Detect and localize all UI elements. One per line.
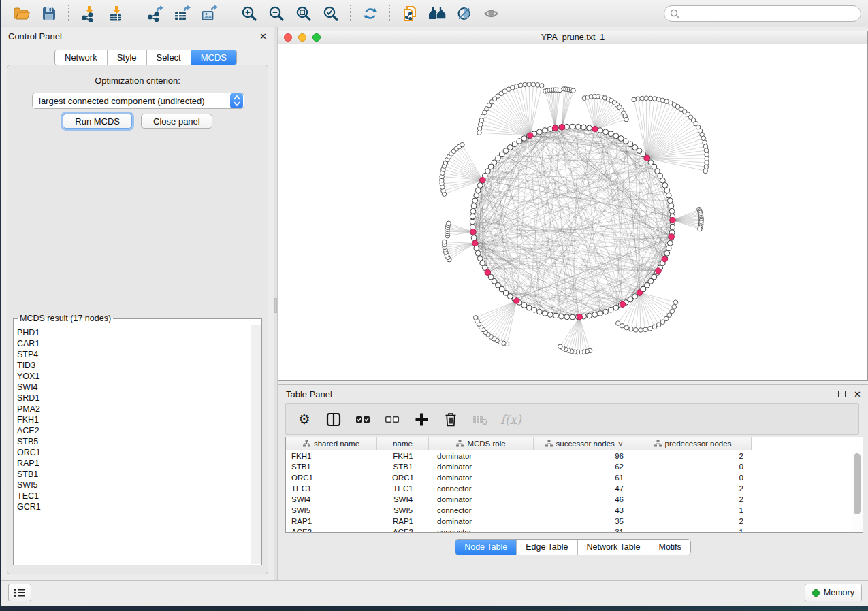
network-node[interactable] <box>470 219 475 225</box>
network-node[interactable] <box>592 312 598 318</box>
column-header[interactable]: name <box>377 437 429 450</box>
network-node[interactable] <box>478 122 483 127</box>
sort-menu-icon[interactable]: ∨ <box>617 440 624 447</box>
network-node[interactable] <box>521 303 527 308</box>
network-node[interactable] <box>523 82 528 87</box>
apply-layout-button[interactable] <box>360 4 381 23</box>
show-graphics-details-button[interactable] <box>454 4 475 23</box>
network-node[interactable] <box>512 142 517 147</box>
table-settings-button[interactable]: ⚙ <box>295 410 313 428</box>
network-node[interactable] <box>704 148 709 153</box>
memory-button[interactable]: Memory <box>805 584 862 601</box>
close-panel-icon[interactable]: ✕ <box>259 31 267 42</box>
zoom-out-button[interactable] <box>266 4 287 23</box>
network-node[interactable] <box>470 208 476 214</box>
network-node[interactable] <box>531 82 536 87</box>
network-node[interactable] <box>703 144 708 149</box>
network-node[interactable] <box>526 305 532 310</box>
mcds-result-item[interactable]: SWI5 <box>17 480 251 491</box>
network-node[interactable] <box>639 328 643 333</box>
network-node[interactable] <box>473 316 478 320</box>
function-builder-button-disabled[interactable]: f(x) <box>500 410 521 428</box>
network-node[interactable] <box>598 311 603 316</box>
create-column-button[interactable] <box>413 410 430 428</box>
splitter-grip[interactable] <box>274 298 277 313</box>
network-node[interactable] <box>514 84 519 89</box>
network-node[interactable] <box>472 198 478 203</box>
network-node[interactable] <box>640 96 645 101</box>
mcds-result-item[interactable]: STP4 <box>17 349 251 360</box>
table-row[interactable]: RAP1RAP1dominator352 <box>286 516 863 527</box>
first-neighbors-button[interactable] <box>427 4 447 23</box>
tab-edge-table[interactable]: Edge Table <box>516 540 577 555</box>
network-node[interactable] <box>623 139 628 144</box>
network-node[interactable] <box>471 203 477 209</box>
mcds-result-item[interactable]: PHD1 <box>17 327 251 338</box>
mcds-result-item[interactable]: ORC1 <box>17 447 251 458</box>
network-node[interactable] <box>553 313 559 318</box>
task-history-button[interactable] <box>8 584 31 601</box>
float-table-panel-icon[interactable] <box>838 391 846 397</box>
network-node[interactable] <box>667 198 673 203</box>
network-node[interactable] <box>664 188 670 193</box>
new-network-from-selection-button[interactable] <box>400 4 420 23</box>
network-node[interactable] <box>698 227 703 231</box>
network-node-selected[interactable] <box>592 126 598 131</box>
network-node[interactable] <box>519 83 524 88</box>
network-node[interactable] <box>613 133 619 139</box>
network-node[interactable] <box>480 261 485 266</box>
network-node[interactable] <box>613 305 619 310</box>
network-node[interactable] <box>648 327 653 331</box>
close-panel-button[interactable]: Close panel <box>141 114 212 129</box>
network-node-selected[interactable] <box>472 240 478 246</box>
table-row[interactable]: FKH1FKH1dominator962 <box>286 450 863 461</box>
zoom-fit-button[interactable] <box>293 4 314 23</box>
network-node-selected[interactable] <box>559 125 564 130</box>
network-node[interactable] <box>664 250 670 256</box>
network-node[interactable] <box>539 84 544 88</box>
network-node-selected[interactable] <box>656 268 661 274</box>
network-node[interactable] <box>669 203 674 209</box>
network-node[interactable] <box>558 344 563 349</box>
column-header[interactable]: predecessor nodes <box>634 437 752 450</box>
show-columns-button[interactable] <box>325 410 342 428</box>
network-node[interactable] <box>575 124 581 129</box>
network-node[interactable] <box>704 165 709 169</box>
table-scrollbar-thumb[interactable] <box>854 453 861 514</box>
network-node[interactable] <box>648 96 653 101</box>
tab-network-table[interactable]: Network Table <box>577 540 649 555</box>
network-node-selected[interactable] <box>670 217 675 222</box>
network-node[interactable] <box>660 320 665 325</box>
network-node[interactable] <box>477 131 482 135</box>
network-node[interactable] <box>670 309 675 314</box>
mcds-result-item[interactable]: PMA2 <box>17 403 251 414</box>
network-node-selected[interactable] <box>528 133 533 138</box>
hide-details-button[interactable] <box>481 4 502 23</box>
network-node[interactable] <box>634 328 639 333</box>
mcds-result-scrollbar[interactable] <box>251 325 261 564</box>
network-node[interactable] <box>587 125 592 131</box>
network-node[interactable] <box>705 161 709 165</box>
network-node[interactable] <box>532 307 537 312</box>
tab-network[interactable]: Network <box>55 50 107 65</box>
network-node[interactable] <box>475 250 481 256</box>
table-row[interactable]: TEC1TEC1connector472 <box>286 483 863 494</box>
mcds-result-item[interactable]: TID3 <box>17 360 251 371</box>
mcds-result-item[interactable]: TEC1 <box>17 491 251 501</box>
run-mcds-button[interactable]: Run MCDS <box>63 114 132 129</box>
network-node[interactable] <box>477 256 483 261</box>
column-header[interactable]: shared name <box>286 437 377 450</box>
table-row[interactable]: STB1STB1dominator620 <box>286 461 863 472</box>
search-input[interactable] <box>683 8 855 19</box>
network-node-selected[interactable] <box>480 177 485 182</box>
network-node[interactable] <box>535 83 540 88</box>
export-image-button[interactable] <box>199 4 220 23</box>
network-node[interactable] <box>666 246 671 251</box>
network-node-selected[interactable] <box>577 314 582 320</box>
network-node[interactable] <box>667 313 672 318</box>
network-node-selected[interactable] <box>620 301 625 307</box>
network-node[interactable] <box>643 327 648 332</box>
mcds-result-item[interactable]: STB1 <box>17 469 251 480</box>
network-node[interactable] <box>652 97 657 101</box>
tab-mcds[interactable]: MCDS <box>191 50 236 65</box>
